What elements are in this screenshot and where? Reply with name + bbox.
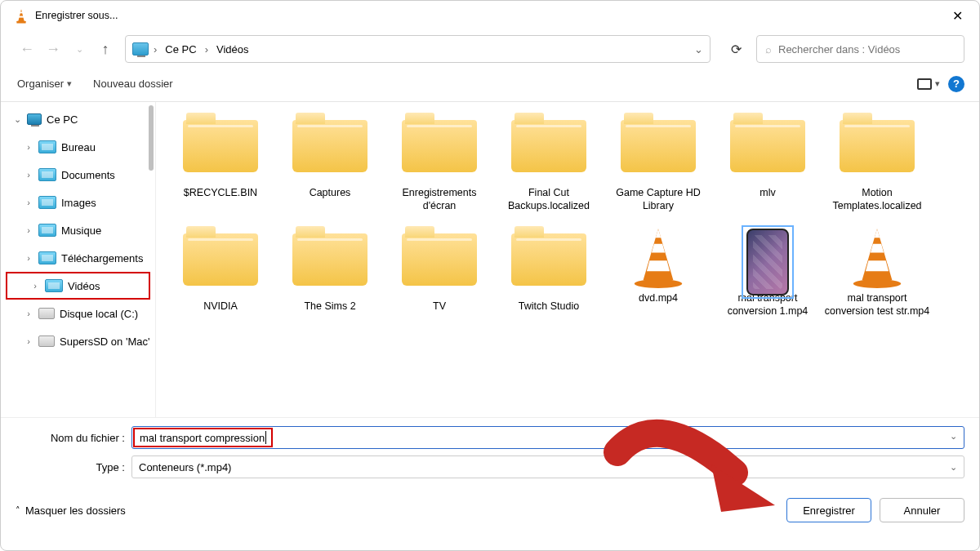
sidebar-item-bureau[interactable]: › Bureau (1, 133, 155, 161)
search-box[interactable]: ⌕ (756, 35, 964, 63)
tree-label: Bureau (61, 141, 96, 153)
file-label: Twitch Studio (496, 300, 602, 313)
file-label: Enregistrements d'écran (386, 187, 492, 212)
expander-icon[interactable]: › (24, 225, 33, 235)
vlc-cone-icon (848, 225, 906, 289)
sidebar-item-videos[interactable]: › Vidéos (6, 272, 150, 300)
file-item[interactable]: The Sims 2 (275, 222, 385, 324)
file-item[interactable]: Twitch Studio (494, 222, 604, 324)
expander-icon[interactable]: › (24, 170, 33, 180)
library-folder-icon (38, 168, 56, 181)
expander-icon[interactable]: › (24, 253, 33, 263)
new-folder-button[interactable]: Nouveau dossier (91, 74, 175, 93)
sidebar: ⌄ Ce PC › Bureau › Documents › Images › … (1, 102, 156, 417)
chevron-down-icon: ▾ (67, 78, 72, 89)
expander-icon[interactable]: › (24, 198, 33, 207)
search-input[interactable] (778, 43, 956, 56)
svg-rect-2 (20, 12, 23, 14)
vlc-app-icon (14, 8, 29, 23)
file-item[interactable]: TV (385, 222, 494, 324)
folder-icon (402, 233, 477, 286)
file-label: Captures (277, 187, 383, 200)
sidebar-item-telechargements[interactable]: › Téléchargements (1, 244, 155, 272)
forward-button[interactable]: → (42, 38, 65, 60)
file-item[interactable]: Game Capture HD Library (604, 109, 713, 219)
breadcrumb[interactable]: › Ce PC › Vidéos ⌄ (125, 35, 710, 63)
folder-icon (840, 120, 915, 172)
chevron-up-icon: ˄ (16, 505, 20, 516)
tree-label: Disque local (C:) (60, 308, 138, 320)
library-folder-icon (45, 279, 63, 292)
expander-icon[interactable]: › (24, 336, 33, 346)
file-item[interactable]: mal transport conversion 1.mp4 (713, 222, 822, 324)
hide-folders-label: Masquer les dossiers (25, 504, 126, 517)
file-item[interactable]: dvd.mp4 (604, 222, 713, 324)
file-item[interactable]: mal transport conversion test str.mp4 (822, 222, 932, 324)
filename-history-dropdown[interactable]: ⌄ (950, 431, 957, 442)
library-folder-icon (38, 224, 56, 237)
file-label: TV (386, 300, 492, 313)
svg-point-4 (635, 279, 683, 288)
expander-icon[interactable]: › (24, 309, 33, 318)
back-button[interactable]: ← (16, 38, 38, 60)
folder-icon (292, 233, 368, 286)
organize-button[interactable]: Organiser ▾ (16, 74, 74, 93)
file-item[interactable]: $RECYCLE.BIN (166, 109, 275, 219)
close-button[interactable]: ✕ (946, 8, 969, 24)
folder-icon (730, 120, 805, 172)
file-item[interactable]: Enregistrements d'écran (385, 109, 494, 219)
breadcrumb-root[interactable]: Ce PC (162, 42, 199, 57)
type-select[interactable]: Conteneurs (*.mp4) ⌄ (131, 455, 964, 478)
sidebar-item-musique[interactable]: › Musique (1, 216, 155, 244)
file-item[interactable]: NVIDIA (166, 222, 275, 324)
hide-folders-button[interactable]: ˄ Masquer les dossiers (16, 504, 126, 517)
tree-root-this-pc[interactable]: ⌄ Ce PC (1, 105, 155, 133)
svg-marker-13 (866, 261, 889, 272)
save-button[interactable]: Enregistrer (786, 498, 871, 522)
filename-input[interactable]: mal transport compression ⌄ (131, 426, 964, 449)
sidebar-scrollbar[interactable] (147, 102, 155, 417)
type-label: Type : (16, 461, 131, 473)
expander-icon[interactable]: › (24, 142, 33, 152)
expander-open-icon[interactable]: ⌄ (12, 114, 22, 125)
vlc-cone-icon (629, 225, 688, 289)
tree-label: SupersSD on 'Mac' (60, 335, 149, 348)
filename-value: mal transport compression (140, 432, 265, 444)
file-label: dvd.mp4 (605, 292, 711, 305)
sidebar-item-network-drive[interactable]: › SupersSD on 'Mac' (1, 327, 155, 355)
library-folder-icon (38, 251, 56, 264)
drive-icon (38, 335, 55, 347)
tree-label: Vidéos (68, 280, 100, 292)
folder-icon (621, 120, 696, 172)
chevron-right-icon: › (205, 43, 208, 56)
sidebar-item-images[interactable]: › Images (1, 189, 155, 216)
this-pc-icon (27, 113, 42, 125)
breadcrumb-dropdown[interactable]: ⌄ (694, 43, 703, 56)
recent-dropdown[interactable]: ⌄ (68, 38, 91, 60)
drive-icon (38, 308, 55, 319)
sidebar-item-documents[interactable]: › Documents (1, 161, 155, 189)
folder-icon (183, 120, 258, 172)
file-label: The Sims 2 (277, 300, 383, 313)
file-label: Game Capture HD Library (605, 187, 711, 212)
up-button[interactable]: ↑ (94, 38, 117, 60)
cancel-button[interactable]: Annuler (880, 498, 964, 522)
organize-label: Organiser (17, 78, 64, 90)
file-item[interactable]: Final Cut Backups.localized (494, 109, 604, 219)
filename-label: Nom du fichier : (16, 432, 131, 444)
tree-label: Musique (61, 224, 101, 237)
type-value: Conteneurs (*.mp4) (139, 461, 231, 473)
sidebar-item-disque-local[interactable]: › Disque local (C:) (1, 300, 155, 327)
chevron-right-icon: › (154, 43, 157, 56)
expander-icon[interactable]: › (30, 281, 40, 291)
file-item[interactable]: Captures (275, 109, 385, 219)
view-button[interactable]: ▾ (917, 78, 940, 90)
file-item[interactable]: Motion Templates.localized (822, 109, 932, 219)
library-folder-icon (38, 196, 56, 209)
file-item[interactable]: mlv (713, 109, 822, 219)
breadcrumb-folder[interactable]: Vidéos (213, 42, 252, 57)
refresh-button[interactable]: ⟳ (724, 37, 748, 61)
file-label: mlv (715, 187, 821, 200)
help-button[interactable]: ? (948, 76, 964, 92)
chevron-down-icon: ⌄ (950, 462, 957, 473)
